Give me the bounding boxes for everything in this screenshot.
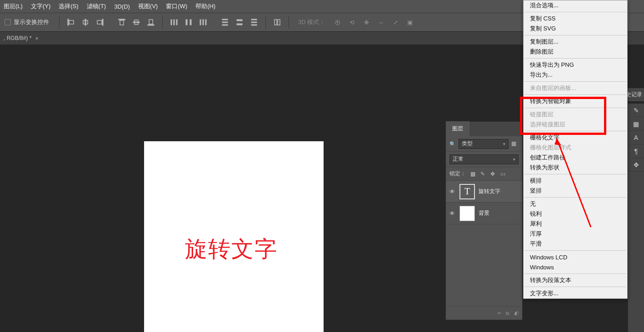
align-top-icon[interactable] <box>116 16 128 28</box>
dist-right-icon[interactable] <box>197 16 209 28</box>
visibility-icon[interactable]: 👁 <box>449 210 456 217</box>
context-menu-item[interactable]: 复制 SVG <box>524 24 627 34</box>
svg-rect-26 <box>251 22 257 23</box>
svg-rect-1 <box>69 20 74 24</box>
context-menu-item[interactable]: 快速导出为 PNG <box>524 60 627 70</box>
canvas-text[interactable]: 旋转文字 <box>185 234 278 264</box>
context-menu-item: 栅格化图层样式 <box>524 143 627 153</box>
dist-hcenter-icon[interactable] <box>183 16 195 28</box>
menu-help[interactable]: 帮助(H) <box>195 2 215 10</box>
context-menu-item[interactable]: 混合选项... <box>524 0 627 10</box>
menu-select[interactable]: 选择(S) <box>59 2 78 10</box>
3d-pan-icon[interactable]: ✥ <box>360 16 372 28</box>
context-menu-item[interactable]: 文字变形... <box>524 288 627 298</box>
dist-top-icon[interactable] <box>219 16 231 28</box>
context-menu-item[interactable]: 复制图层... <box>524 37 627 47</box>
filter-kind-select[interactable]: 类型▾ <box>459 139 509 149</box>
svg-rect-0 <box>68 19 69 25</box>
menu-filter[interactable]: 滤镜(T) <box>87 2 106 10</box>
context-menu-item[interactable]: 浑厚 <box>524 229 627 239</box>
layer-name[interactable]: 背景 <box>479 209 489 217</box>
dist-bottom-icon[interactable] <box>248 16 260 28</box>
3d-orbit-icon[interactable]: ⦿ <box>331 16 343 28</box>
svg-rect-16 <box>190 20 191 25</box>
show-transform-label: 显示变换控件 <box>14 18 49 26</box>
context-menu-separator <box>524 108 626 108</box>
align-hcenter-icon[interactable] <box>80 16 91 28</box>
context-menu-separator <box>524 273 626 274</box>
right-dock: ✎ ▦ A ¶ ✥ <box>628 104 644 332</box>
context-menu-item[interactable]: 犀利 <box>524 219 627 229</box>
context-menu-item[interactable]: 竖排 <box>524 186 627 196</box>
lock-position-icon[interactable]: ✥ <box>489 171 496 177</box>
menu-window[interactable]: 窗口(W) <box>166 2 187 10</box>
context-menu-separator <box>524 174 626 174</box>
context-menu-separator <box>524 131 626 131</box>
context-menu-item[interactable]: 转换为段落文本 <box>524 275 627 285</box>
context-menu-separator <box>524 12 626 12</box>
layer-row-text[interactable]: 👁 T 旋转文字 <box>446 181 522 203</box>
menu-view[interactable]: 视图(V) <box>138 2 158 10</box>
context-menu-item[interactable]: 转换为形状 <box>524 163 627 173</box>
svg-rect-2 <box>85 19 86 25</box>
dock-move-icon[interactable]: ✥ <box>628 158 644 172</box>
context-menu-item[interactable]: Windows <box>524 262 627 272</box>
context-menu-item[interactable]: 转换为智能对象 <box>524 96 627 106</box>
auto-align-icon[interactable] <box>271 16 283 28</box>
lock-row: 锁定： ▩ ✎ ✥ ▭ <box>446 167 522 181</box>
menu-3d[interactable]: 3D(D) <box>114 3 130 10</box>
svg-rect-15 <box>186 20 187 25</box>
3d-roll-icon[interactable]: ⟲ <box>346 16 358 28</box>
3d-scale-icon[interactable]: ⤢ <box>389 16 401 28</box>
dist-left-icon[interactable] <box>168 16 180 28</box>
link-icon[interactable]: ⬄ <box>497 310 501 316</box>
menu-layer[interactable]: 图层(L) <box>4 2 23 10</box>
layer-name[interactable]: 旋转文字 <box>479 188 500 195</box>
filter-pixel-icon[interactable]: ▦ <box>511 140 519 148</box>
show-transform-checkbox[interactable] <box>5 19 11 25</box>
align-bottom-icon[interactable] <box>145 16 157 28</box>
close-icon[interactable]: × <box>35 35 39 42</box>
lock-artboard-icon[interactable]: ▭ <box>499 171 506 177</box>
context-menu-item[interactable]: 创建工作路径 <box>524 153 627 163</box>
context-menu-item[interactable]: 横排 <box>524 176 627 186</box>
lock-brush-icon[interactable]: ✎ <box>479 171 486 177</box>
context-menu-item[interactable]: 锐利 <box>524 209 627 219</box>
dock-char-icon[interactable]: A <box>628 131 644 144</box>
context-menu-item[interactable]: 删除图层 <box>524 47 627 57</box>
dist-vcenter-icon[interactable] <box>234 16 245 28</box>
lock-pixels-icon[interactable]: ▩ <box>469 171 476 177</box>
align-left-icon[interactable] <box>65 16 77 28</box>
layers-footer: ⬄ fx ◐ <box>446 306 522 320</box>
context-menu-item[interactable]: 无 <box>524 199 627 209</box>
menu-text[interactable]: 文字(Y) <box>31 2 50 10</box>
document-tab-title: , RGB/8#) * <box>4 35 31 41</box>
search-icon <box>449 141 456 147</box>
svg-rect-27 <box>251 25 257 25</box>
document-tab[interactable]: , RGB/8#) * × <box>4 35 39 42</box>
context-menu-item[interactable]: Windows LCD <box>524 252 627 262</box>
3d-mode-label: 3D 模式： <box>298 18 325 26</box>
dock-brush-icon[interactable]: ✎ <box>628 104 644 117</box>
layers-tab[interactable]: 图层 <box>446 121 469 136</box>
context-menu-item[interactable]: 复制 CSS <box>524 14 627 24</box>
fx-icon[interactable]: fx <box>505 311 509 316</box>
canvas[interactable]: 旋转文字 <box>144 141 324 332</box>
context-menu-item[interactable]: 栅格化文字 <box>524 133 627 143</box>
align-vcenter-icon[interactable] <box>130 16 142 28</box>
context-menu-separator <box>524 287 626 287</box>
context-menu-item[interactable]: 导出为... <box>524 70 627 80</box>
mask-icon[interactable]: ◐ <box>514 310 519 316</box>
visibility-icon[interactable]: 👁 <box>449 188 456 195</box>
svg-rect-23 <box>237 20 242 21</box>
align-right-icon[interactable] <box>94 16 106 28</box>
dock-para-icon[interactable]: ¶ <box>628 144 644 158</box>
context-menu-item[interactable]: 平滑 <box>524 239 627 249</box>
blend-mode-select[interactable]: 正常▾ <box>449 154 519 164</box>
3d-camera-icon[interactable]: ▣ <box>404 16 416 28</box>
dock-swatch-icon[interactable]: ▦ <box>628 117 644 131</box>
context-menu-item: 链接图层 <box>524 109 627 119</box>
layer-row-background[interactable]: 👁 背景 <box>446 203 522 224</box>
3d-slide-icon[interactable]: ↔ <box>375 16 387 28</box>
svg-rect-19 <box>205 20 206 25</box>
